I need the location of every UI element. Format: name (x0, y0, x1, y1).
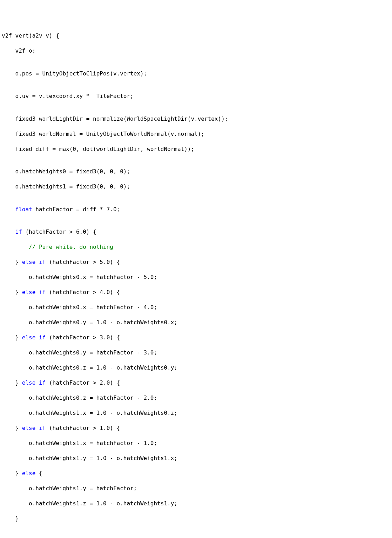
keyword-else: else (22, 259, 36, 265)
code-line: } else if (hatchFactor > 4.0) { (2, 288, 390, 296)
code-text (35, 334, 39, 341)
code-line: } else { (2, 470, 390, 477)
code-text: } (2, 289, 22, 295)
keyword-if: if (39, 289, 46, 295)
code-line: if (hatchFactor > 6.0) { (2, 228, 390, 236)
code-text: } (2, 259, 22, 265)
code-text: { (35, 470, 42, 477)
code-text: } (2, 379, 22, 386)
keyword-if: if (39, 425, 46, 431)
code-text: (hatchFactor > 2.0) { (46, 379, 120, 386)
code-line: o.hatchWeights1.x = 1.0 - o.hatchWeights… (2, 409, 390, 417)
code-line: v2f vert(a2v v) { (2, 32, 390, 40)
code-text: hatchFactor = diff * 7.0; (32, 206, 120, 213)
code-line: } (2, 515, 390, 523)
keyword-else: else (22, 379, 36, 386)
code-line: } else if (hatchFactor > 5.0) { (2, 258, 390, 266)
code-line: o.hatchWeights1.y = 1.0 - o.hatchWeights… (2, 454, 390, 462)
keyword-else: else (22, 334, 36, 341)
code-text: (hatchFactor > 6.0) { (22, 228, 96, 235)
code-line: // Pure white, do nothing (2, 243, 390, 251)
code-line: o.hatchWeights0.y = 1.0 - o.hatchWeights… (2, 319, 390, 326)
code-line: } else if (hatchFactor > 3.0) { (2, 334, 390, 341)
keyword-else: else (22, 425, 36, 431)
code-text: (hatchFactor > 5.0) { (46, 259, 120, 265)
code-text (35, 425, 39, 431)
keyword-if: if (39, 334, 46, 341)
code-line: o.uv = v.texcoord.xy * _TileFactor; (2, 92, 390, 100)
keyword-if: if (15, 228, 22, 235)
code-line: o.hatchWeights0.z = hatchFactor - 2.0; (2, 394, 390, 402)
keyword-if: if (39, 259, 46, 265)
code-line: o.hatchWeights0 = fixed3(0, 0, 0); (2, 168, 390, 175)
code-text: } (2, 470, 22, 477)
keyword-if: if (39, 379, 46, 386)
code-text: (hatchFactor > 3.0) { (46, 334, 120, 341)
code-text: (hatchFactor > 1.0) { (46, 425, 120, 431)
code-line: o.hatchWeights0.z = 1.0 - o.hatchWeights… (2, 364, 390, 372)
code-text: (hatchFactor > 4.0) { (46, 289, 120, 295)
code-line: o.pos = UnityObjectToClipPos(v.vertex); (2, 70, 390, 78)
code-line: float hatchFactor = diff * 7.0; (2, 206, 390, 213)
code-line: v2f o; (2, 47, 390, 55)
code-line: fixed diff = max(0, dot(worldLightDir, w… (2, 145, 390, 153)
code-line: o.hatchWeights1.x = hatchFactor - 1.0; (2, 439, 390, 447)
code-line: o.hatchWeights0.x = hatchFactor - 5.0; (2, 273, 390, 281)
code-text (35, 289, 39, 295)
code-text (35, 259, 39, 265)
keyword-else: else (22, 289, 36, 295)
code-line: fixed3 worldLightDir = normalize(WorldSp… (2, 115, 390, 123)
code-line: } else if (hatchFactor > 1.0) { (2, 424, 390, 432)
keyword-float: float (15, 206, 32, 213)
keyword-else: else (22, 470, 36, 477)
code-line: fixed3 worldNormal = UnityObjectToWorldN… (2, 130, 390, 138)
code-line: o.hatchWeights0.y = hatchFactor - 3.0; (2, 349, 390, 357)
code-line: o.hatchWeights0.x = hatchFactor - 4.0; (2, 304, 390, 311)
code-line: o.hatchWeights1.z = 1.0 - o.hatchWeights… (2, 500, 390, 507)
code-line: o.hatchWeights1.y = hatchFactor; (2, 485, 390, 492)
code-text (35, 379, 39, 386)
code-line: o.hatchWeights1 = fixed3(0, 0, 0); (2, 183, 390, 191)
code-text: } (2, 334, 22, 341)
code-line: } else if (hatchFactor > 2.0) { (2, 379, 390, 387)
code-text: } (2, 425, 22, 431)
comment: // Pure white, do nothing (29, 244, 113, 250)
